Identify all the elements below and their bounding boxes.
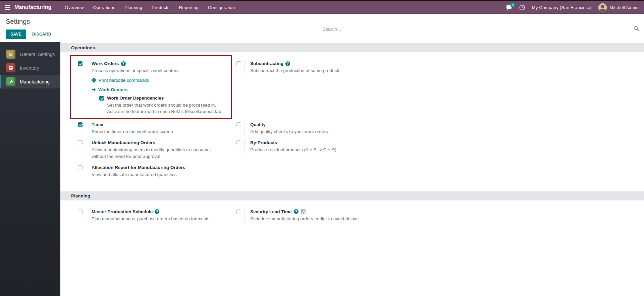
gear-icon: ⚙ — [6, 50, 15, 59]
work-order-dependencies-description: Set the order that work orders should be… — [107, 102, 226, 115]
subcontracting-description: Subcontract the production of some produ… — [250, 67, 391, 74]
master-production-schedule-checkbox[interactable] — [78, 210, 83, 214]
subcontracting-checkbox[interactable] — [236, 61, 241, 66]
company-switcher[interactable]: My Company (San Francisco) — [532, 5, 592, 10]
save-button[interactable]: SAVE — [6, 29, 26, 39]
help-icon[interactable] — [121, 61, 126, 66]
wrench-icon — [6, 77, 15, 86]
section-header-operations: Operations — [60, 43, 644, 52]
setting-timer: Timer Show the timer on the work order s… — [78, 122, 232, 135]
sidebar-item-manufacturing[interactable]: Manufacturing — [0, 75, 60, 88]
allocation-report-label[interactable]: Allocation Report for Manufacturing Orde… — [92, 165, 185, 170]
avatar — [598, 3, 607, 12]
setting-work-orders: Work Orders Process operations at specif… — [78, 61, 226, 115]
security-lead-time-checkbox[interactable] — [236, 210, 241, 214]
master-production-schedule-description: Plan manufacturing or purchase orders ba… — [92, 216, 232, 222]
help-icon[interactable] — [285, 61, 290, 66]
sidebar-item-inventory[interactable]: Inventory — [0, 61, 60, 75]
allocation-report-description: View and allocate manufactured quantitie… — [92, 171, 232, 178]
setting-allocation-report: Allocation Report for Manufacturing Orde… — [78, 165, 232, 178]
help-icon[interactable] — [155, 209, 159, 214]
quality-checkbox[interactable] — [236, 122, 241, 127]
master-production-schedule-label[interactable]: Master Production Schedule — [92, 209, 153, 214]
by-products-description: Produce residual products (A + B -> C + … — [250, 146, 391, 153]
quality-description: Add quality checks to your work orders — [250, 128, 391, 135]
sidebar-item-general-settings[interactable]: ⚙ General Settings — [0, 47, 60, 61]
timer-checkbox[interactable] — [78, 122, 83, 127]
timer-label[interactable]: Timer — [92, 122, 104, 127]
user-menu[interactable]: Mitchell Admin — [598, 3, 639, 12]
work-order-dependencies-label[interactable]: Work Order Dependencies — [107, 96, 226, 101]
arrow-right-icon — [92, 87, 96, 92]
setting-work-order-dependencies: Work Order Dependencies Set the order th… — [99, 96, 226, 115]
menu-operations[interactable]: Operations — [88, 1, 120, 14]
settings-sidebar: ⚙ General Settings Inventory Manufacturi… — [0, 42, 60, 296]
work-order-dependencies-checkbox[interactable] — [99, 96, 104, 101]
main-navbar: Manufacturing Overview Operations Planni… — [0, 1, 644, 14]
allocation-report-checkbox[interactable] — [78, 165, 83, 170]
unlock-manufacturing-orders-checkbox[interactable] — [78, 140, 83, 145]
section-header-planning: Planning — [60, 191, 644, 200]
work-orders-label[interactable]: Work Orders — [92, 61, 119, 66]
setting-by-products: By-Products Produce residual products (A… — [236, 140, 391, 153]
discard-button[interactable]: DISCARD — [30, 30, 54, 39]
work-orders-checkbox[interactable] — [78, 61, 83, 66]
timer-description: Show the timer on the work order screen — [92, 128, 232, 135]
activities-clock-icon[interactable] — [519, 5, 525, 10]
security-lead-time-label[interactable]: Security Lead Time — [250, 209, 292, 214]
messages-icon[interactable]: 5 — [506, 5, 513, 10]
setting-subcontracting: Subcontracting Subcontract the productio… — [236, 61, 391, 74]
unlock-manufacturing-orders-label[interactable]: Unlock Manufacturing Orders — [92, 140, 155, 145]
main-menu: Overview Operations Planning Products Re… — [60, 1, 239, 14]
print-barcode-commands-link[interactable]: Print barcode commands — [92, 78, 226, 83]
setting-quality: Quality Add quality checks to your work … — [236, 122, 391, 135]
security-lead-time-description: Schedule manufacturing orders earlier to… — [250, 216, 391, 222]
messages-count-badge: 5 — [511, 3, 515, 8]
setting-security-lead-time: Security Lead Time — [236, 209, 391, 222]
search-bar — [322, 26, 639, 34]
setting-master-production-schedule: Master Production Schedule Plan manufact… — [78, 209, 232, 222]
search-icon[interactable] — [634, 26, 639, 33]
user-name: Mitchell Admin — [609, 5, 639, 10]
sidebar-item-label: Manufacturing — [20, 79, 50, 84]
by-products-label[interactable]: By-Products — [250, 140, 277, 145]
enterprise-building-icon — [301, 209, 306, 214]
menu-reporting[interactable]: Reporting — [174, 1, 203, 14]
unlock-manufacturing-orders-description: Allow manufacturing users to modify quan… — [92, 146, 232, 160]
settings-content: Operations Work Orders Process operation… — [60, 42, 644, 296]
page-title: Settings — [0, 14, 644, 25]
highlight-annotation-box: Work Orders Process operations at specif… — [70, 55, 232, 119]
control-panel: Settings SAVE DISCARD — [0, 14, 644, 42]
search-input[interactable] — [322, 26, 634, 32]
help-icon[interactable] — [294, 209, 299, 214]
apps-menu-icon[interactable] — [5, 5, 10, 10]
sidebar-item-label: Inventory — [20, 65, 39, 71]
menu-products[interactable]: Products — [147, 1, 174, 14]
work-centers-link[interactable]: Work Centers — [92, 87, 226, 92]
inventory-box-icon — [6, 63, 15, 72]
work-orders-description: Process operations at specific work cent… — [92, 67, 226, 74]
app-brand[interactable]: Manufacturing — [14, 4, 51, 10]
sidebar-item-label: General Settings — [20, 52, 55, 57]
subcontracting-label[interactable]: Subcontracting — [250, 61, 283, 66]
setting-unlock-manufacturing-orders: Unlock Manufacturing Orders Allow manufa… — [78, 140, 232, 160]
quality-label[interactable]: Quality — [250, 122, 266, 127]
printer-icon — [92, 78, 96, 82]
menu-configuration[interactable]: Configuration — [203, 1, 239, 14]
menu-planning[interactable]: Planning — [120, 1, 147, 14]
menu-overview[interactable]: Overview — [60, 1, 88, 14]
by-products-checkbox[interactable] — [236, 140, 241, 145]
